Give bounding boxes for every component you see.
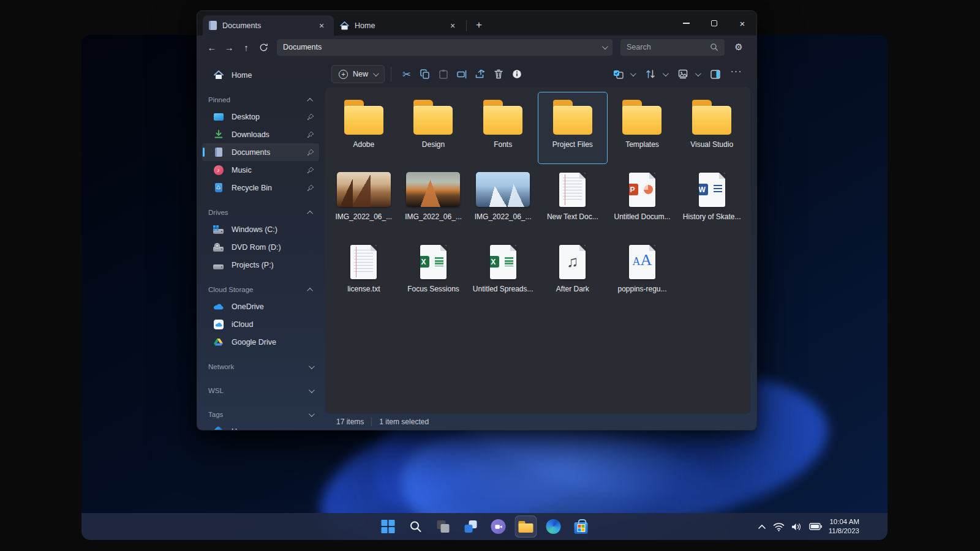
sidebar-item-home[interactable]: Home: [202, 66, 319, 84]
address-dropdown-icon[interactable]: [602, 43, 608, 50]
file-tile-history-of-skate[interactable]: W History of Skate...: [677, 164, 747, 236]
forward-button[interactable]: →: [221, 39, 238, 56]
text-file-icon: [559, 173, 586, 207]
tab-close-icon[interactable]: ×: [447, 20, 459, 32]
cut-button[interactable]: ✂: [398, 65, 416, 83]
sidebar-item-projects-p[interactable]: Projects (P:): [202, 256, 319, 274]
sidebar-item-recycle-bin[interactable]: ♺ Recycle Bin: [202, 179, 319, 197]
file-tile-after-dark[interactable]: ♫ After Dark: [538, 236, 608, 309]
search-placeholder: Search: [627, 43, 651, 51]
file-name: Templates: [625, 140, 659, 149]
file-tile-untitled-spreadsheet[interactable]: X Untitled Spreads...: [468, 236, 538, 309]
sidebar-item-onedrive[interactable]: OneDrive: [202, 298, 319, 315]
paste-button[interactable]: [434, 65, 453, 83]
file-tile-adobe[interactable]: Adobe: [329, 92, 399, 164]
file-tile-photo-2[interactable]: IMG_2022_06_...: [399, 164, 469, 236]
section-wsl[interactable]: WSL: [197, 383, 324, 399]
section-title: Tags: [208, 411, 223, 418]
share-icon: [475, 69, 485, 79]
section-tags[interactable]: Tags: [197, 407, 324, 422]
back-button[interactable]: ←: [203, 39, 221, 56]
file-tile-photo-3[interactable]: IMG_2022_06_...: [468, 164, 538, 236]
file-name: IMG_2022_06_...: [335, 212, 392, 221]
close-button[interactable]: ×: [728, 11, 756, 36]
file-tile-untitled-document[interactable]: P Untitled Docum...: [608, 164, 677, 236]
rename-button[interactable]: [453, 65, 471, 83]
search-input[interactable]: Search: [620, 39, 725, 56]
trash-icon: [494, 69, 503, 79]
sidebar-item-documents[interactable]: Documents: [202, 143, 319, 161]
section-pinned[interactable]: Pinned: [197, 92, 324, 108]
sort-button[interactable]: [641, 65, 660, 83]
file-tile-templates[interactable]: Templates: [608, 92, 677, 164]
more-button[interactable]: ···: [727, 65, 745, 83]
file-tile-project-files-selected[interactable]: Project Files: [538, 92, 608, 164]
command-toolbar: + New ✂: [325, 59, 750, 87]
sidebar-item-google-drive[interactable]: Google Drive: [202, 333, 319, 351]
sidebar-item-dvd-d[interactable]: DVD Rom (D:): [202, 238, 319, 256]
tab-documents[interactable]: Documents ×: [203, 15, 334, 36]
wifi-icon[interactable]: [773, 522, 785, 531]
file-explorer-button[interactable]: [515, 515, 537, 538]
info-icon: [512, 69, 522, 79]
store-button[interactable]: [570, 515, 592, 538]
refresh-button[interactable]: [255, 39, 272, 56]
task-view-button[interactable]: [432, 515, 454, 538]
file-tile-focus-sessions[interactable]: X Focus Sessions: [399, 236, 469, 309]
maximize-button[interactable]: [700, 11, 728, 36]
taskbar-search-button[interactable]: [405, 515, 427, 538]
chevron-down-icon[interactable]: [630, 70, 636, 77]
chat-button[interactable]: [488, 515, 510, 538]
tab-close-icon[interactable]: ×: [315, 20, 328, 32]
file-tile-new-text-doc[interactable]: New Text Doc...: [538, 164, 608, 236]
start-button[interactable]: [377, 515, 399, 538]
section-title: WSL: [208, 387, 224, 394]
file-tile-visual-studio[interactable]: Visual Studio: [677, 92, 747, 164]
tab-home[interactable]: Home ×: [334, 15, 465, 36]
chevron-down-icon[interactable]: [663, 70, 669, 77]
file-tile-design[interactable]: Design: [399, 92, 469, 164]
up-button[interactable]: ↑: [238, 39, 255, 56]
info-button[interactable]: [508, 65, 526, 83]
section-drives[interactable]: Drives: [197, 204, 324, 220]
sidebar-item-windows-c[interactable]: Windows (C:): [202, 220, 319, 238]
details-pane-button[interactable]: [706, 65, 725, 83]
file-name: license.txt: [347, 285, 380, 293]
file-tile-photo-1[interactable]: IMG_2022_06_...: [329, 164, 399, 236]
sidebar-item-icloud[interactable]: iCloud: [202, 315, 319, 333]
settings-button[interactable]: ⚙: [729, 38, 748, 56]
sidebar-item-downloads[interactable]: Downloads: [202, 126, 319, 143]
sidebar-label: Desktop: [232, 113, 260, 121]
file-name: poppins-regu...: [617, 285, 666, 293]
new-tab-button[interactable]: +: [470, 17, 488, 34]
search-icon: [409, 520, 423, 533]
chevron-up-icon[interactable]: [758, 524, 766, 530]
battery-icon[interactable]: [809, 523, 822, 530]
volume-icon[interactable]: [791, 522, 802, 531]
edge-icon: [546, 519, 561, 534]
taskbar-clock[interactable]: 10:04 AM 11/8/2023: [829, 517, 859, 536]
copy-button[interactable]: [416, 65, 434, 83]
screen: 10:04 AM 11/8/2023 Documents × Home ×: [0, 0, 980, 551]
sidebar-item-desktop[interactable]: Desktop: [202, 108, 319, 126]
file-tile-license-txt[interactable]: license.txt: [329, 236, 399, 309]
file-tile-poppins-regular[interactable]: AA poppins-regu...: [608, 236, 677, 309]
widgets-button[interactable]: [460, 515, 482, 538]
view-button[interactable]: [674, 65, 692, 83]
chevron-down-icon[interactable]: [695, 70, 701, 77]
share-button[interactable]: [471, 65, 489, 83]
section-cloud-storage[interactable]: Cloud Storage: [197, 282, 324, 298]
minimize-button[interactable]: [672, 11, 700, 36]
copy-icon: [420, 69, 430, 79]
sidebar-item-tag-home[interactable]: Home: [202, 422, 319, 430]
section-network[interactable]: Network: [197, 359, 324, 375]
file-name: History of Skate...: [683, 212, 741, 221]
edge-button[interactable]: [543, 515, 565, 538]
address-bar[interactable]: Documents: [277, 39, 612, 56]
file-name: Visual Studio: [690, 140, 733, 149]
select-button[interactable]: [609, 65, 627, 83]
file-tile-fonts[interactable]: Fonts: [468, 92, 538, 164]
delete-button[interactable]: [489, 65, 508, 83]
new-button[interactable]: + New: [331, 65, 385, 83]
sidebar-item-music[interactable]: ♪ Music: [202, 161, 319, 179]
